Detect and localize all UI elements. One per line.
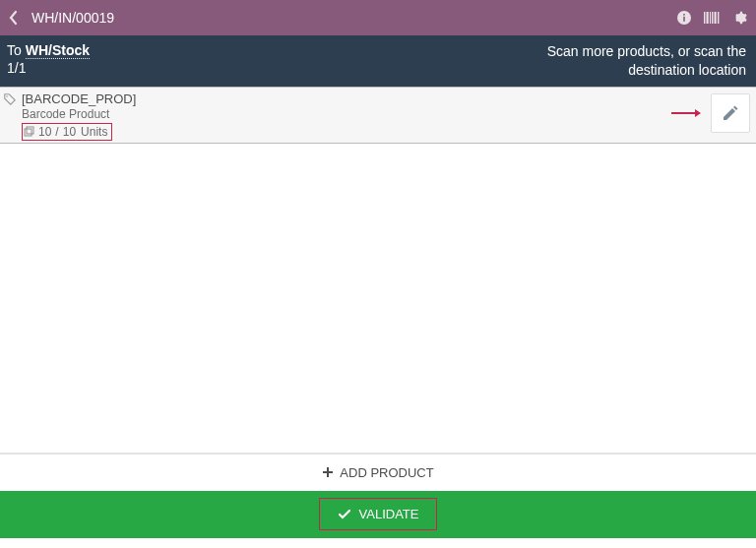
scan-hint-line2: destination location	[90, 61, 746, 80]
svg-rect-3	[704, 12, 705, 24]
svg-rect-6	[712, 12, 713, 24]
pager: 1/1	[7, 60, 90, 76]
product-line[interactable]: [BARCODE_PROD] Barcode Product 10 / 10 U…	[0, 87, 756, 144]
validate-bar: VALIDATE	[0, 491, 756, 538]
to-location-link[interactable]: WH/Stock	[26, 42, 90, 59]
qty-separator: /	[55, 125, 58, 139]
chevron-left-icon	[8, 10, 20, 26]
package-icon	[24, 126, 35, 138]
barcode-button[interactable]	[701, 7, 723, 29]
qty-total: 10	[63, 125, 76, 139]
validate-label: VALIDATE	[359, 507, 419, 521]
settings-button[interactable]	[728, 7, 750, 29]
svg-rect-7	[715, 12, 717, 24]
product-list: [BARCODE_PROD] Barcode Product 10 / 10 U…	[0, 87, 756, 454]
product-reference: [BARCODE_PROD]	[22, 91, 754, 106]
svg-point-9	[6, 95, 8, 97]
svg-rect-8	[718, 12, 719, 24]
info-button[interactable]	[673, 7, 695, 29]
back-button[interactable]	[4, 8, 24, 28]
quantity-badge: 10 / 10 Units	[22, 123, 112, 141]
validate-button[interactable]: VALIDATE	[319, 498, 438, 530]
to-label: To	[7, 42, 22, 58]
gear-icon	[731, 10, 747, 26]
qty-done: 10	[38, 125, 51, 139]
edit-line-button[interactable]	[711, 93, 750, 133]
top-bar: WH/IN/00019	[0, 0, 756, 35]
barcode-icon	[703, 11, 721, 25]
svg-rect-11	[27, 127, 33, 134]
info-icon	[676, 10, 692, 26]
pencil-icon	[721, 103, 740, 123]
add-product-label: ADD PRODUCT	[340, 465, 433, 480]
sub-header: To WH/Stock 1/1 Scan more products, or s…	[0, 35, 756, 87]
product-name: Barcode Product	[22, 107, 754, 121]
add-product-button[interactable]: ADD PRODUCT	[0, 454, 756, 491]
check-icon	[338, 508, 351, 521]
svg-rect-5	[710, 12, 711, 24]
svg-rect-4	[707, 12, 709, 24]
scan-hint: Scan more products, or scan the destinat…	[90, 42, 746, 80]
qty-uom: Units	[81, 125, 107, 139]
arrow-annotation	[669, 106, 703, 120]
plus-icon	[322, 466, 334, 478]
svg-rect-1	[683, 17, 685, 22]
document-title: WH/IN/00019	[32, 10, 114, 26]
tag-icon	[4, 93, 18, 105]
svg-rect-2	[683, 14, 685, 16]
scan-hint-line1: Scan more products, or scan the	[90, 42, 746, 61]
svg-rect-10	[25, 129, 32, 136]
